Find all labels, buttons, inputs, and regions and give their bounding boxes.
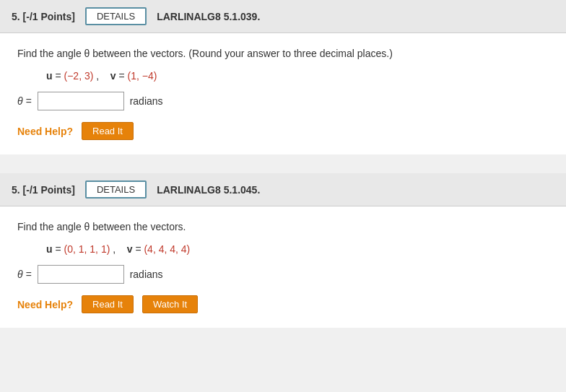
- u-label-2: u: [46, 243, 53, 255]
- problem-number-2: 5. [-/1 Points]: [12, 184, 75, 196]
- answer-input-1[interactable]: [38, 92, 124, 110]
- need-help-label-1: Need Help?: [17, 126, 73, 137]
- u-value-1: (−2, 3): [64, 70, 94, 82]
- answer-line-1: θ = radians: [17, 92, 549, 110]
- radians-label-1: radians: [130, 95, 163, 107]
- problem-body-2: Find the angle θ between the vectors. u …: [0, 206, 566, 328]
- read-it-button-2[interactable]: Read It: [82, 295, 134, 313]
- need-help-section-2: Need Help? Read It Watch It: [17, 295, 549, 313]
- u-label-1: u: [46, 70, 53, 82]
- problem-instruction-1: Find the angle θ between the vectors. (R…: [17, 46, 549, 61]
- vectors-line-1: u = (−2, 3) , v = (1, −4): [46, 70, 549, 82]
- details-button-1[interactable]: DETAILS: [85, 7, 147, 25]
- u-equals-2: =: [55, 243, 64, 255]
- problem-block-1: 5. [-/1 Points] DETAILS LARLINALG8 5.1.0…: [0, 0, 566, 154]
- problem-instruction-2: Find the angle θ between the vectors.: [17, 219, 549, 235]
- answer-line-2: θ = radians: [17, 265, 549, 284]
- problem-code-1: LARLINALG8 5.1.039.: [157, 11, 260, 22]
- details-button-2[interactable]: DETAILS: [85, 180, 147, 199]
- theta-prefix-2: θ =: [17, 269, 32, 280]
- comma-separator-1: ,: [96, 70, 108, 82]
- spacer: [0, 166, 566, 173]
- watch-it-button-2[interactable]: Watch It: [142, 295, 198, 313]
- v-value-1: (1, −4): [128, 70, 157, 82]
- v-label-2: v: [127, 243, 133, 255]
- v-equals-2: =: [135, 243, 144, 255]
- read-it-button-1[interactable]: Read It: [82, 122, 134, 140]
- need-help-section-1: Need Help? Read It: [17, 122, 549, 140]
- problem-header-1: 5. [-/1 Points] DETAILS LARLINALG8 5.1.0…: [0, 0, 566, 33]
- problem-body-1: Find the angle θ between the vectors. (R…: [0, 33, 566, 154]
- problem-number-1: 5. [-/1 Points]: [12, 11, 75, 22]
- v-value-2: (4, 4, 4, 4): [144, 243, 190, 255]
- v-equals-1: =: [118, 70, 127, 82]
- u-value-2: (0, 1, 1, 1): [64, 243, 110, 255]
- problem-code-2: LARLINALG8 5.1.045.: [157, 184, 260, 196]
- problem-block-2: 5. [-/1 Points] DETAILS LARLINALG8 5.1.0…: [0, 173, 566, 328]
- comma-separator-2: ,: [113, 243, 124, 255]
- theta-prefix-1: θ =: [17, 95, 32, 107]
- need-help-label-2: Need Help?: [17, 299, 73, 310]
- radians-label-2: radians: [130, 269, 163, 280]
- vectors-line-2: u = (0, 1, 1, 1) , v = (4, 4, 4, 4): [46, 243, 549, 255]
- answer-input-2[interactable]: [38, 265, 124, 284]
- u-equals-1: =: [55, 70, 64, 82]
- problem-header-2: 5. [-/1 Points] DETAILS LARLINALG8 5.1.0…: [0, 173, 566, 206]
- v-label-1: v: [110, 70, 116, 82]
